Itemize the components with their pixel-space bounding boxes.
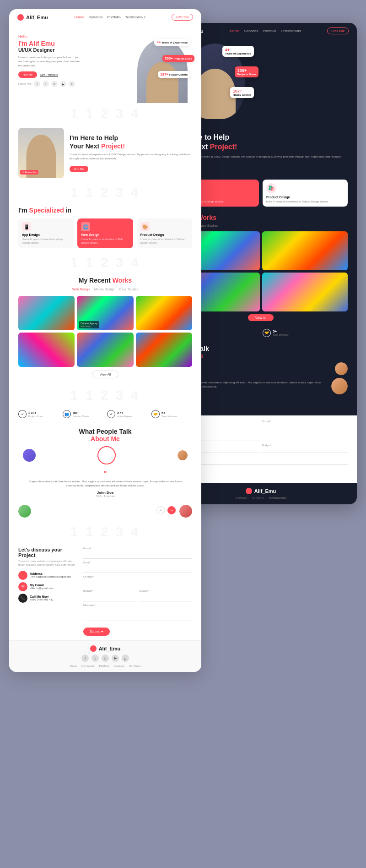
footer-social-in[interactable]: in	[102, 655, 109, 662]
nav-link-home[interactable]: Home	[74, 15, 84, 19]
footer-social-pin[interactable]: p	[122, 655, 129, 662]
about-badge: UI Researcher	[20, 170, 38, 175]
dc-stat-team: 🤝 5+ Team Members	[263, 329, 348, 337]
form-field-email: Email*	[83, 561, 192, 573]
spec-cards: 📱 App Design I have 4+ years of experien…	[18, 218, 192, 248]
avatar-2	[178, 450, 188, 460]
test-nav-prev[interactable]: ←	[156, 506, 165, 514]
see-portfolio-button[interactable]: See Portfolio	[40, 73, 58, 76]
form-row-3: Contact*	[83, 575, 192, 587]
form-input-message[interactable]	[83, 607, 192, 621]
nav-link-services[interactable]: Services	[89, 15, 103, 19]
footer-social-yt[interactable]: ▶	[112, 655, 119, 662]
dc-work-2[interactable]	[262, 231, 348, 270]
social-fb[interactable]: f	[34, 81, 40, 87]
dc-nav-home[interactable]: Home	[230, 29, 239, 33]
work-item-4[interactable]	[18, 333, 75, 367]
works-tab-mobile[interactable]: Mobile Design	[94, 288, 114, 292]
spec-card-app[interactable]: 📱 App Design I have 4+ years of experien…	[18, 218, 74, 248]
dark-spec-title-product: Product Design	[266, 196, 344, 199]
footer-link-team[interactable]: Our Team	[129, 665, 141, 667]
works-title: My Recent Works	[18, 277, 192, 284]
dark-footer-logo-text: Alif_Emu	[254, 488, 276, 494]
dark-nav-cta[interactable]: Let's Talk	[327, 27, 349, 34]
dark-badge-1-num: 4+	[225, 48, 251, 52]
stat-projects-num: 270+	[28, 411, 43, 415]
social-in[interactable]: in	[51, 81, 58, 87]
dark-badge-2-num: 300+	[237, 68, 256, 73]
form-input-email[interactable]	[83, 568, 192, 573]
test-nav-next[interactable]: →	[167, 506, 176, 514]
social-pin[interactable]: p	[69, 81, 75, 87]
footer-link-works[interactable]: Our Works	[81, 665, 95, 667]
work-item-2[interactable]: Creative AgencyWeb Design	[77, 296, 133, 330]
testimonials-section: What People TalkAbout Me " Suspendisse u…	[9, 424, 201, 521]
contact-email: ✉ My Email alifemu@gmail.com	[18, 582, 78, 591]
about-hire-btn[interactable]: Hire Me	[70, 166, 88, 172]
dc-form-label-budget: Budget*	[262, 444, 348, 447]
footer-link-about[interactable]: About	[70, 665, 77, 667]
spec-card-web[interactable]: 🌐 Web Design I have 4+ years of experien…	[77, 218, 133, 248]
dc-nav-portfolio[interactable]: Portfolio	[263, 29, 276, 33]
nav-link-testimonials[interactable]: Testimonials	[125, 15, 145, 19]
footer-logo-text: Alif_Emu	[99, 646, 121, 651]
dark-view-all-btn[interactable]: View All	[248, 314, 274, 321]
stat-num-3: 187+	[160, 72, 168, 76]
spec-card-product[interactable]: 🎨 Product Design I have 4+ years of expe…	[137, 218, 192, 248]
hero-name-prefix: I'm	[18, 40, 29, 47]
address-icon: 📍	[18, 571, 27, 580]
footer-link-services[interactable]: Services	[114, 665, 124, 667]
hero-stat-2: 300+ Projects Done	[162, 55, 194, 62]
work-item-1[interactable]	[18, 296, 75, 330]
dark-badge-3-num: 187+	[233, 89, 251, 93]
hero-image: 4+ Years of Experience 300+ Projects Don…	[133, 30, 192, 103]
light-logo[interactable]: Alif_Emu	[17, 14, 48, 21]
work-item-3[interactable]	[136, 296, 192, 330]
address-label: Address	[30, 572, 71, 575]
hire-me-button[interactable]: Hire Me	[18, 71, 37, 78]
light-hero: Hello, I'm Alif Emu UI/UX Designer I lov…	[9, 25, 201, 103]
light-nav-links: Home Services Portfolio Testimonials	[54, 15, 165, 19]
light-nav-cta[interactable]: Let's Talk	[172, 14, 193, 21]
dc-work-4[interactable]	[262, 273, 348, 311]
social-yt[interactable]: ▶	[60, 81, 66, 87]
email-icon: ✉	[18, 582, 27, 591]
works-tab-case[interactable]: Case Studies	[119, 288, 138, 292]
stat-icon-active: ✓	[107, 410, 115, 418]
contact-address: 📍 Address Feni Kagabali District Banglad…	[18, 571, 78, 580]
stat-team-num: 5+	[161, 411, 177, 415]
avatar-4	[179, 505, 192, 518]
stat-icon-check: ✓	[18, 410, 27, 418]
dark-spec-card-product[interactable]: 🛍️ Product Design Have 4+ years of exper…	[263, 180, 348, 207]
form-field-budget: Budget*	[83, 590, 136, 601]
stat-clients-text: 80+ Satisfied Clients	[73, 411, 89, 418]
form-submit-button[interactable]: Submit ➔	[83, 628, 110, 636]
dc-form-input-budget[interactable]	[262, 448, 348, 453]
footer-link-portfolio[interactable]: Portfolio	[99, 665, 109, 667]
email-value: alifemu@gmail.com	[30, 587, 54, 590]
form-input-contact[interactable]	[83, 582, 192, 587]
dark-footer-link-portfolio[interactable]: Portfolio	[235, 497, 247, 500]
spec-title: I'm Specialized in	[18, 207, 192, 214]
work-item-5[interactable]	[77, 333, 133, 367]
nav-link-portfolio[interactable]: Portfolio	[107, 15, 120, 19]
dc-form-input-email[interactable]	[262, 424, 348, 429]
footer-logo-dot	[90, 645, 97, 652]
form-field-subject: Subject*	[139, 590, 192, 601]
test-content: " Suspendisse ultrices at diam lectus nu…	[18, 467, 192, 500]
dark-footer-link-services[interactable]: Services	[252, 497, 264, 500]
dc-nav-testimonials[interactable]: Testimonials	[281, 29, 301, 33]
form-input-subject[interactable]	[139, 596, 192, 601]
work-item-6[interactable]	[136, 333, 192, 367]
form-input-budget[interactable]	[83, 596, 136, 601]
footer-social-fb[interactable]: f	[81, 655, 89, 662]
dark-tab-case[interactable]: Case Studies	[199, 224, 218, 228]
view-all-button[interactable]: View All	[92, 371, 118, 378]
form-input-name[interactable]	[83, 553, 192, 559]
footer-social-tw[interactable]: t	[92, 655, 99, 662]
dc-nav-services[interactable]: Services	[244, 29, 258, 33]
social-tw[interactable]: t	[43, 81, 49, 87]
works-tab-web[interactable]: Web Design	[72, 288, 90, 292]
dark-footer-link-testimonials[interactable]: Testimonials	[269, 497, 286, 500]
avatar-1	[23, 449, 36, 462]
